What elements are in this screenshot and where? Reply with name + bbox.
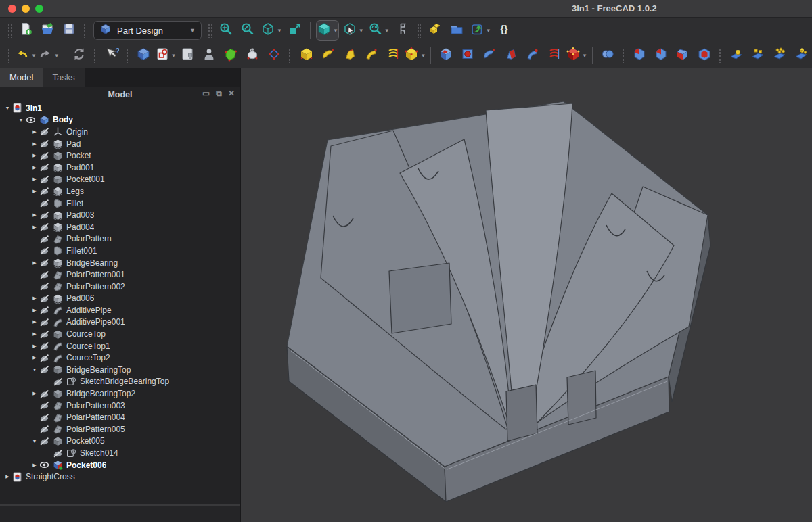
tree-item-body[interactable]: ▼Body (0, 114, 240, 126)
tab-model[interactable]: Model (0, 68, 43, 87)
tree-item-polarpattern005[interactable]: PolarPattern005 (0, 423, 240, 435)
chevron-down-icon[interactable]: ▼ (359, 28, 364, 34)
expand-closed-icon[interactable]: ▶ (30, 165, 39, 170)
expand-closed-icon[interactable]: ▶ (30, 391, 39, 396)
chevron-down-icon[interactable]: ▼ (333, 28, 338, 34)
chevron-down-icon[interactable]: ▼ (277, 28, 282, 34)
toolbar-drag-handle[interactable] (417, 23, 421, 38)
map-sketch-to-face-button[interactable] (200, 45, 219, 66)
toolbar-drag-handle[interactable] (7, 48, 11, 63)
undo-button[interactable]: ▼ (16, 45, 36, 66)
tree-item-pad003[interactable]: ▶Pad003 (0, 209, 240, 221)
create-datum-button[interactable] (265, 45, 284, 66)
chevron-down-icon[interactable]: ▼ (486, 28, 491, 34)
tree-item-pad006[interactable]: ▶Pad006 (0, 293, 240, 305)
view-selection-button[interactable]: ▼ (342, 20, 365, 41)
expand-open-icon[interactable]: ▼ (30, 367, 39, 372)
additive-loft-button[interactable] (340, 45, 359, 66)
additive-pipe-button[interactable] (362, 45, 381, 66)
expand-closed-icon[interactable]: ▶ (30, 355, 39, 360)
expand-closed-icon[interactable]: ▶ (30, 308, 39, 313)
zoom-to-selection-button[interactable] (238, 20, 257, 41)
expand-closed-icon[interactable]: ▶ (30, 153, 39, 158)
edit-sketch-button[interactable] (178, 45, 197, 66)
hole-button[interactable] (458, 45, 477, 66)
tree-item-3in1[interactable]: ▼3In1 (0, 102, 240, 114)
expand-open-icon[interactable]: ▼ (30, 439, 39, 444)
thickness-button[interactable] (695, 45, 714, 66)
create-body-button[interactable] (134, 45, 153, 66)
draft-button[interactable] (673, 45, 692, 66)
measure-button[interactable] (393, 20, 412, 41)
subtractive-loft-button[interactable] (501, 45, 520, 66)
fillet-button[interactable] (630, 45, 649, 66)
toolbar-drag-handle[interactable] (93, 48, 97, 63)
toolbar-drag-handle[interactable] (622, 48, 625, 63)
expand-closed-icon[interactable]: ▶ (30, 129, 39, 135)
chamfer-button[interactable] (652, 45, 671, 66)
toolbar-drag-handle[interactable] (208, 23, 212, 38)
whats-this-button[interactable]: ? (102, 45, 121, 66)
panel-minimize-icon[interactable]: ▭ (202, 89, 210, 98)
tree-item-pad004[interactable]: ▶Pad004 (0, 221, 240, 233)
workbench-selector[interactable]: Part Design ▼ (93, 21, 202, 40)
tree-item-pocket005[interactable]: ▼Pocket005 (0, 435, 240, 448)
multitransform-button[interactable] (792, 45, 811, 66)
viewport-3d[interactable] (241, 68, 812, 522)
expand-closed-icon[interactable]: ▶ (30, 260, 39, 266)
sync-view-button[interactable] (286, 20, 304, 41)
fit-all-button[interactable] (217, 20, 235, 41)
toolbar-drag-handle[interactable] (288, 48, 292, 63)
expand-open-icon[interactable]: ▼ (3, 105, 12, 110)
tree-item-origin[interactable]: ▶Origin (0, 126, 240, 138)
revolution-button[interactable] (319, 45, 338, 66)
boolean-operation-button[interactable] (598, 45, 617, 66)
tree-item-pocket001[interactable]: ▶Pocket001 (0, 174, 240, 186)
panel-float-icon[interactable]: ⧉ (216, 89, 222, 98)
tree-item-legs[interactable]: ▶Legs (0, 185, 240, 197)
tree-item-courcetop1[interactable]: ▶CourceTop1 (0, 340, 240, 352)
shape-binder-button[interactable] (221, 45, 240, 66)
expand-closed-icon[interactable]: ▶ (30, 331, 39, 337)
subtractive-helix-button[interactable] (545, 45, 564, 66)
tree-item-polarpattern[interactable]: PolarPattern (0, 233, 240, 245)
redo-button[interactable]: ▼ (39, 45, 59, 66)
tree-item-fillet[interactable]: Fillet (0, 197, 240, 210)
toolbar-drag-handle[interactable] (126, 48, 129, 63)
tree-item-additivepipe001[interactable]: ▶AdditivePipe001 (0, 316, 240, 329)
rotate-view-button[interactable]: ▼ (367, 20, 390, 41)
create-sketch-button[interactable]: ▼ (156, 45, 176, 66)
tree-item-bridgebearingtop2[interactable]: ▶BridgeBearingTop2 (0, 387, 240, 400)
toolbar-drag-handle[interactable] (719, 48, 722, 63)
expand-closed-icon[interactable]: ▶ (30, 462, 39, 468)
chevron-down-icon[interactable]: ▼ (31, 53, 37, 59)
tree-item-pocket006[interactable]: ▶Pocket006 (0, 459, 240, 471)
chevron-down-icon[interactable]: ▼ (171, 53, 177, 59)
toolbar-drag-handle[interactable] (7, 23, 12, 38)
pocket-button[interactable] (436, 45, 455, 66)
make-link-button[interactable]: ▼ (469, 20, 492, 41)
additive-primitive-button[interactable]: ▼ (405, 45, 426, 66)
tree-item-pad[interactable]: ▶Pad (0, 138, 240, 150)
tree-item-bridgebearing[interactable]: ▶BridgeBearing (0, 257, 240, 269)
additive-helix-button[interactable] (384, 45, 403, 66)
tree-item-courcetop2[interactable]: ▶CourceTop2 (0, 352, 240, 364)
groove-button[interactable] (480, 45, 499, 66)
expand-closed-icon[interactable]: ▶ (30, 212, 39, 218)
expand-closed-icon[interactable]: ▶ (30, 319, 39, 325)
open-file-button[interactable] (38, 20, 57, 41)
tab-tasks[interactable]: Tasks (43, 68, 84, 87)
create-part-button[interactable] (426, 20, 445, 41)
linear-pattern-button[interactable] (748, 45, 767, 66)
minimize-window-button[interactable] (22, 5, 30, 13)
toolbar-drag-handle[interactable] (83, 23, 87, 38)
expand-closed-icon[interactable]: ▶ (30, 189, 39, 194)
tree-item-bridgebearingtop[interactable]: ▼BridgeBearingTop (0, 364, 240, 376)
expand-closed-icon[interactable]: ▶ (30, 176, 39, 182)
pad-button[interactable] (297, 45, 316, 66)
expand-closed-icon[interactable]: ▶ (30, 224, 39, 230)
polar-pattern-button[interactable] (770, 45, 789, 66)
expand-closed-icon[interactable]: ▶ (30, 295, 39, 301)
tree-item-pad001[interactable]: ▶Pad001 (0, 162, 240, 174)
chevron-down-icon[interactable]: ▼ (384, 28, 390, 34)
